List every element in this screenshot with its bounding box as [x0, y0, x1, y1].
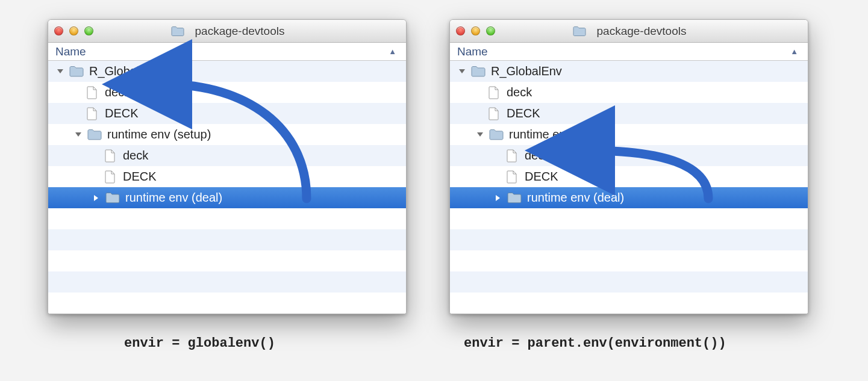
chevron-right-icon[interactable]: [493, 194, 503, 202]
column-header[interactable]: Name ▲: [450, 43, 808, 61]
finder-window-right: package-devtools Name ▲ R_GlobalEnv: [449, 19, 808, 314]
tree-row-deck-inner[interactable]: deck: [48, 145, 406, 166]
traffic-lights: [456, 26, 495, 36]
window-title: package-devtools: [597, 25, 687, 38]
close-icon[interactable]: [456, 26, 465, 36]
file-icon: [504, 149, 520, 163]
sort-ascending-icon: ▲: [389, 47, 399, 56]
folder-icon: [572, 25, 587, 38]
column-header[interactable]: Name ▲: [48, 43, 406, 61]
empty-row: [450, 250, 808, 271]
chevron-down-icon[interactable]: [475, 132, 485, 138]
folder-icon: [87, 128, 102, 141]
tree-row-r-globalenv[interactable]: R_GlobalEnv: [450, 61, 808, 82]
tree-row-label: DECK: [123, 170, 157, 184]
tree-row-label: runtime env (deal): [125, 191, 222, 205]
zoom-icon[interactable]: [84, 26, 93, 36]
close-icon[interactable]: [54, 26, 63, 36]
empty-row: [48, 229, 406, 250]
empty-row: [450, 271, 808, 293]
tree-list: R_GlobalEnv deck DECK: [450, 61, 808, 314]
tree-row-label: DECK: [105, 107, 139, 120]
chevron-down-icon[interactable]: [457, 69, 467, 75]
tree-row-deck-inner[interactable]: deck: [450, 145, 808, 166]
tree-row-label: deck: [507, 85, 532, 99]
tree-row-deck-upper-inner[interactable]: DECK: [450, 166, 808, 187]
empty-row: [48, 293, 406, 314]
caption-right: envir = parent.env(environment()): [464, 336, 726, 351]
chevron-down-icon[interactable]: [55, 69, 65, 75]
window-title: package-devtools: [195, 25, 285, 38]
titlebar[interactable]: package-devtools: [48, 20, 406, 43]
tree-row-label: runtime env (deal): [527, 191, 624, 205]
tree-row-label: R_GlobalEnv: [89, 64, 160, 78]
tree-row-label: deck: [105, 85, 130, 99]
folder-icon: [105, 191, 120, 205]
file-icon: [504, 170, 520, 184]
empty-row: [48, 208, 406, 229]
traffic-lights: [54, 26, 93, 36]
tree-row-runtime-deal[interactable]: runtime env (deal): [48, 187, 406, 208]
finder-window-left: package-devtools Name ▲ R_GlobalEnv: [48, 19, 407, 314]
tree-row-deck-upper[interactable]: DECK: [450, 103, 808, 124]
tree-row-label: R_GlobalEnv: [491, 64, 562, 78]
zoom-icon[interactable]: [486, 26, 495, 36]
tree-row-label: DECK: [507, 107, 540, 120]
empty-row: [450, 208, 808, 229]
folder-icon: [489, 128, 504, 141]
tree-row-deck-upper[interactable]: DECK: [48, 103, 406, 124]
tree-row-runtime-setup[interactable]: runtime env (setup): [48, 124, 406, 145]
column-name-label: Name: [55, 45, 389, 58]
tree-row-label: runtime env (setup): [509, 128, 613, 141]
tree-row-deck[interactable]: deck: [450, 82, 808, 103]
empty-row: [450, 229, 808, 250]
tree-row-label: DECK: [525, 170, 558, 184]
chevron-right-icon[interactable]: [92, 194, 101, 202]
empty-row: [48, 250, 406, 271]
tree-row-runtime-deal[interactable]: runtime env (deal): [450, 187, 808, 208]
tree-row-runtime-setup[interactable]: runtime env (setup): [450, 124, 808, 145]
caption-left: envir = globalenv(): [124, 336, 275, 351]
tree-row-label: runtime env (setup): [107, 128, 211, 141]
file-icon: [486, 86, 502, 99]
tree-row-label: deck: [525, 149, 550, 163]
minimize-icon[interactable]: [69, 26, 78, 36]
folder-icon: [470, 65, 486, 78]
minimize-icon[interactable]: [471, 26, 480, 36]
file-icon: [102, 149, 118, 163]
empty-row: [450, 293, 808, 314]
tree-row-deck[interactable]: deck: [48, 82, 406, 103]
tree-list: R_GlobalEnv deck DECK: [48, 61, 406, 314]
column-name-label: Name: [457, 45, 790, 58]
sort-ascending-icon: ▲: [790, 47, 801, 56]
titlebar[interactable]: package-devtools: [450, 20, 808, 43]
folder-icon: [170, 25, 186, 38]
chevron-down-icon[interactable]: [73, 132, 83, 138]
file-icon: [84, 86, 100, 99]
tree-row-deck-upper-inner[interactable]: DECK: [48, 166, 406, 187]
tree-row-r-globalenv[interactable]: R_GlobalEnv: [48, 61, 406, 82]
empty-row: [48, 271, 406, 293]
folder-icon: [69, 65, 84, 78]
folder-icon: [507, 191, 522, 205]
tree-row-label: deck: [123, 149, 148, 163]
file-icon: [486, 107, 502, 120]
file-icon: [84, 107, 100, 120]
file-icon: [102, 170, 118, 184]
